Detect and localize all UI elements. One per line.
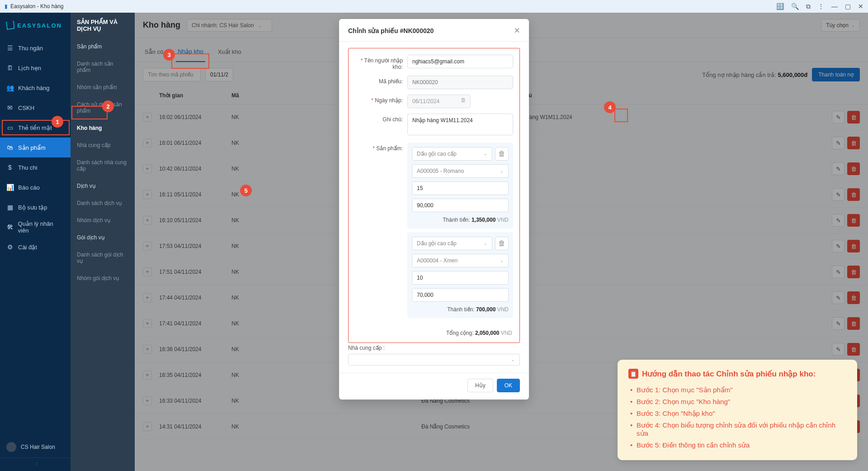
guide-step: Bước 5: Điền thông tin cần chỉnh sửa bbox=[628, 439, 846, 451]
ok-button[interactable]: OK bbox=[497, 379, 520, 392]
sub-sidebar: SẢN PHẨM VÀ DỊCH VỤ Sản phẩmDanh sách sả… bbox=[71, 13, 135, 471]
qty-input[interactable] bbox=[412, 181, 509, 195]
menu-icon[interactable]: ⋮ bbox=[818, 3, 824, 10]
guide-title: 📋 Hướng dẫn thao tác Chỉnh sửa phiếu nhậ… bbox=[628, 369, 846, 379]
nav-icon: 📊 bbox=[6, 184, 14, 191]
avatar[interactable] bbox=[6, 442, 16, 452]
label-date: Ngày nhập: bbox=[355, 95, 407, 104]
search-icon[interactable]: 🔍 bbox=[791, 3, 799, 10]
close-icon[interactable]: ✕ bbox=[514, 26, 520, 35]
product-category-select[interactable]: Dầu gội cao cấp⌄ bbox=[412, 147, 492, 161]
nav-icon: 🛍 bbox=[6, 144, 14, 151]
sub-item-4[interactable]: Kho hàng bbox=[71, 119, 135, 137]
sub-item-12[interactable]: Nhóm gói dịch vụ bbox=[71, 270, 135, 287]
guide-step: Bước 3: Chọn "Nhập kho" bbox=[628, 408, 846, 419]
footer-user: CS Hair Salon bbox=[21, 444, 55, 450]
app-favicon: ▮ bbox=[5, 3, 8, 10]
sub-item-5[interactable]: Nhà cung cấp bbox=[71, 137, 135, 154]
code-input bbox=[407, 76, 513, 89]
guide-step: Bước 4: Chọn biểu tượng chỉnh sửa đối vớ… bbox=[628, 419, 846, 439]
cancel-button[interactable]: Hủy bbox=[467, 379, 493, 392]
nav-label: Báo cáo bbox=[18, 184, 40, 191]
guide-step: Bước 2: Chọn mục "Kho hàng" bbox=[628, 396, 846, 408]
minimize-icon[interactable]: — bbox=[831, 3, 838, 10]
product-sku-select[interactable]: A000005 - Romano⌄ bbox=[412, 164, 509, 178]
brand-logo: EASYSALON bbox=[0, 13, 71, 38]
close-icon[interactable]: ✕ bbox=[858, 3, 863, 10]
ext-icon[interactable]: 🔠 bbox=[776, 3, 784, 10]
total-value: 2,050,000 bbox=[475, 330, 499, 336]
main-sidebar: EASYSALON ☰Thu ngân🗓Lịch hẹn👥Khách hàng✉… bbox=[0, 13, 71, 471]
sub-item-8[interactable]: Danh sách dịch vụ bbox=[71, 195, 135, 212]
product-category-select[interactable]: Dầu gội cao cấp⌄ bbox=[412, 237, 492, 250]
highlight-box-4 bbox=[614, 109, 628, 122]
nav-label: CSKH bbox=[18, 105, 34, 111]
total-unit: VND bbox=[501, 330, 512, 336]
remove-product-icon[interactable]: 🗑 bbox=[495, 147, 509, 161]
nav-label: Sản phẩm bbox=[18, 144, 46, 151]
step-marker-2: 2 bbox=[102, 100, 114, 112]
step-marker-4: 4 bbox=[604, 101, 616, 113]
product-block: Dầu gội cao cấp⌄ 🗑 A000004 - Xmen⌄ Thành… bbox=[407, 232, 513, 318]
guide-step: Bước 1: Chọn mục "Sản phẩm" bbox=[628, 384, 846, 396]
nav-icon: ▦ bbox=[6, 204, 14, 211]
nav-icon: 👥 bbox=[6, 84, 14, 91]
sidebar-item-3[interactable]: ✉CSKH bbox=[0, 98, 71, 118]
price-input[interactable] bbox=[412, 288, 509, 302]
chevron-down-icon: ⌄ bbox=[500, 258, 504, 263]
sidebar-item-7[interactable]: 📊Báo cáo bbox=[0, 177, 71, 197]
chevron-down-icon: ⌄ bbox=[484, 152, 487, 156]
chevron-down-icon: ⌄ bbox=[500, 169, 504, 173]
note-icon: 📋 bbox=[628, 369, 638, 379]
remove-product-icon[interactable]: 🗑 bbox=[495, 237, 509, 250]
nav-icon: ✉ bbox=[6, 104, 14, 111]
sub-item-9[interactable]: Nhóm dịch vụ bbox=[71, 212, 135, 229]
sub-item-11[interactable]: Danh sách gói dịch vụ bbox=[71, 246, 135, 270]
sub-item-1[interactable]: Danh sách sản phẩm bbox=[71, 55, 135, 79]
sidebar-item-2[interactable]: 👥Khách hàng bbox=[0, 78, 71, 98]
step-marker-5: 5 bbox=[240, 185, 252, 196]
sub-item-2[interactable]: Nhóm sản phẩm bbox=[71, 79, 135, 96]
sub-header: SẢN PHẨM VÀ DỊCH VỤ bbox=[71, 13, 135, 38]
sub-item-10[interactable]: Gói dịch vụ bbox=[71, 229, 135, 246]
sidebar-item-0[interactable]: ☰Thu ngân bbox=[0, 38, 71, 58]
sub-item-7[interactable]: Dịch vụ bbox=[71, 177, 135, 195]
browser-bar: ▮ Easysalon - Kho hàng 🔠 🔍 ⧉ ⋮ — ▢ ✕ bbox=[0, 0, 868, 13]
modal-footer: Hủy OK bbox=[339, 373, 529, 400]
sidebar-footer: CS Hair Salon bbox=[0, 437, 71, 457]
qty-input[interactable] bbox=[412, 271, 509, 285]
sidebar-item-6[interactable]: $Thu chi bbox=[0, 157, 71, 177]
maximize-icon[interactable]: ▢ bbox=[845, 3, 851, 10]
modal-title: Chỉnh sửa phiếu #NK000020 bbox=[348, 27, 434, 34]
modal-header: Chỉnh sửa phiếu #NK000020 ✕ bbox=[339, 19, 529, 42]
calendar-icon[interactable]: 🗓 bbox=[461, 97, 466, 104]
sidebar-item-9[interactable]: 🛠Quản lý nhân viên bbox=[0, 217, 71, 237]
supplier-select[interactable]: ⌄ bbox=[348, 354, 520, 366]
note-input[interactable]: Nhập hàng W1M11.2024 bbox=[407, 114, 513, 135]
logo-icon bbox=[6, 21, 15, 30]
nav-label: Cài đặt bbox=[18, 244, 37, 251]
step-marker-3: 3 bbox=[163, 49, 175, 61]
sidebar-item-8[interactable]: ▦Bộ sưu tập bbox=[0, 197, 71, 217]
sidebar-item-1[interactable]: 🗓Lịch hẹn bbox=[0, 58, 71, 78]
nav-label: Thu chi bbox=[18, 164, 38, 171]
total-label: Tổng cộng: bbox=[446, 330, 474, 336]
chevron-down-icon: ⌄ bbox=[511, 357, 515, 362]
label-note: Ghi chú: bbox=[355, 114, 407, 123]
guide-title-text: Hướng dẫn thao tác Chỉnh sửa phiếu nhập … bbox=[642, 369, 816, 379]
nav-label: Khách hàng bbox=[18, 85, 49, 91]
collapse-sidebar[interactable]: 〈 bbox=[0, 457, 71, 471]
nav-icon: 🗓 bbox=[6, 64, 14, 71]
sidebar-item-5[interactable]: 🛍Sản phẩm bbox=[0, 138, 71, 157]
highlight-box-3 bbox=[171, 53, 209, 69]
guide-panel: 📋 Hướng dẫn thao tác Chỉnh sửa phiếu nhậ… bbox=[618, 360, 857, 460]
edit-voucher-modal: Chỉnh sửa phiếu #NK000020 ✕ Tên người nh… bbox=[339, 19, 529, 400]
sidebar-item-10[interactable]: ⚙Cài đặt bbox=[0, 237, 71, 257]
product-sku-select[interactable]: A000004 - Xmen⌄ bbox=[412, 254, 509, 267]
browser-title: Easysalon - Kho hàng bbox=[10, 3, 63, 10]
sub-item-6[interactable]: Danh sách nhà cung cấp bbox=[71, 154, 135, 177]
ext2-icon[interactable]: ⧉ bbox=[806, 3, 811, 10]
sub-item-0[interactable]: Sản phẩm bbox=[71, 38, 135, 55]
user-input[interactable] bbox=[407, 55, 513, 68]
price-input[interactable] bbox=[412, 199, 509, 212]
